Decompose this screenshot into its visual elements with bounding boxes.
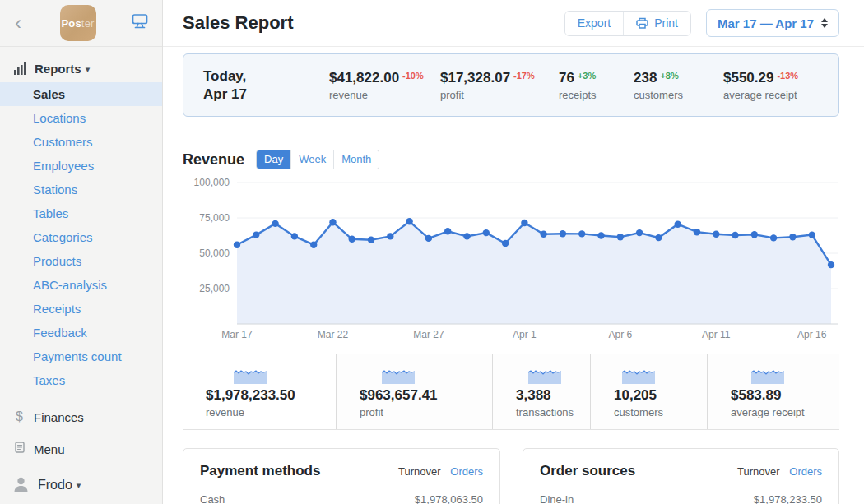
header-controls: Export Print Mar 17 — Apr 17 bbox=[564, 9, 839, 37]
pos-terminal-icon[interactable] bbox=[131, 13, 149, 33]
svg-text:Mar 22: Mar 22 bbox=[318, 329, 349, 340]
turnover-toggle[interactable]: Turnover bbox=[398, 465, 441, 478]
metric-delta: -17% bbox=[513, 71, 535, 81]
bar-label: Dine-in bbox=[540, 493, 591, 504]
svg-text:75,000: 75,000 bbox=[199, 212, 230, 224]
bar-value: $1,978,233.50 bbox=[754, 493, 822, 504]
mini-sparkline-icon bbox=[751, 366, 784, 384]
metric-label: customers bbox=[634, 89, 723, 101]
svg-text:Apr 16: Apr 16 bbox=[797, 329, 827, 340]
svg-text:50,000: 50,000 bbox=[199, 247, 230, 259]
sidebar-item-feedback[interactable]: Feedback bbox=[0, 321, 162, 344]
print-label: Print bbox=[654, 16, 678, 30]
stat-tab-customers[interactable]: 10,205 customers bbox=[590, 354, 707, 429]
content-area: Today, Apr 17 $41,822.00-10% revenue $17… bbox=[163, 47, 864, 504]
metric-value: 76 bbox=[559, 70, 574, 86]
summary-date: Today, Apr 17 bbox=[203, 67, 329, 103]
svg-text:Apr 11: Apr 11 bbox=[702, 329, 731, 340]
app-window: ‹ Poster Reports ▾ bbox=[0, 0, 864, 504]
metric-delta: +3% bbox=[578, 71, 596, 81]
sidebar-item-tables[interactable]: Tables bbox=[0, 201, 162, 225]
metric-label: average receipt bbox=[723, 89, 798, 101]
summary-metric-customers: 238+8% customers bbox=[634, 70, 723, 101]
payment-methods-card: Payment methods Turnover Orders Cash $1,… bbox=[183, 448, 500, 504]
poster-logo[interactable]: Poster bbox=[60, 5, 96, 41]
stat-tab-revenue[interactable]: $1,978,233.50 revenue bbox=[183, 354, 336, 429]
sidebar-item-sales[interactable]: Sales bbox=[0, 82, 162, 106]
stat-label: transactions bbox=[516, 406, 574, 418]
back-chevron-icon[interactable]: ‹ bbox=[12, 13, 25, 33]
bottom-cards-row: Payment methods Turnover Orders Cash $1,… bbox=[183, 448, 839, 504]
stat-label: profit bbox=[360, 406, 438, 418]
sidebar-section-finances[interactable]: $ Finances bbox=[0, 409, 162, 424]
stat-value: $963,657.41 bbox=[360, 387, 438, 403]
stat-value: $583.89 bbox=[731, 387, 781, 403]
stats-tabs: $1,978,233.50 revenue $963,657.41 profit… bbox=[183, 354, 839, 430]
stat-label: average receipt bbox=[731, 406, 805, 418]
user-name: Frodo bbox=[38, 478, 72, 492]
stat-value: 10,205 bbox=[614, 387, 657, 403]
page-header: Sales Report Export Print bbox=[163, 0, 864, 47]
metric-label: revenue bbox=[329, 89, 440, 101]
metric-value: $41,822.00 bbox=[329, 70, 399, 86]
caret-down-icon: ▾ bbox=[77, 480, 81, 491]
stat-tab-profit[interactable]: $963,657.41 profit bbox=[336, 354, 492, 429]
metric-delta: -13% bbox=[777, 71, 798, 81]
stat-tab-average-receipt[interactable]: $583.89 average receipt bbox=[707, 354, 839, 429]
period-week-button[interactable]: Week bbox=[290, 150, 333, 169]
order-source-row: Dine-in $1,978,233.50 bbox=[540, 492, 822, 504]
menu-label: Menu bbox=[34, 442, 65, 456]
summary-metric-profit: $17,328.07-17% profit bbox=[440, 70, 559, 101]
sidebar-item-receipts[interactable]: Receipts bbox=[0, 297, 162, 321]
orders-toggle[interactable]: Orders bbox=[450, 465, 483, 478]
sidebar-item-categories[interactable]: Categories bbox=[0, 225, 162, 249]
metric-value: $550.29 bbox=[723, 70, 773, 86]
bar-label: Cash bbox=[200, 493, 251, 504]
summary-metric-revenue: $41,822.00-10% revenue bbox=[329, 70, 440, 101]
date-range-selector[interactable]: Mar 17 — Apr 17 bbox=[706, 9, 839, 37]
sidebar-section-reports[interactable]: Reports ▾ bbox=[0, 58, 162, 82]
summary-metric-average-receipt: $550.29-13% average receipt bbox=[723, 70, 798, 101]
sidebar-item-stations[interactable]: Stations bbox=[0, 178, 162, 201]
mini-sparkline-icon bbox=[622, 366, 655, 384]
turnover-orders-toggle: Turnover Orders bbox=[398, 465, 483, 478]
period-month-button[interactable]: Month bbox=[333, 150, 379, 169]
period-day-button[interactable]: Day bbox=[257, 150, 290, 169]
mini-sparkline-icon bbox=[382, 366, 415, 384]
logo-text: Pos bbox=[61, 17, 81, 30]
bar-track bbox=[251, 492, 406, 504]
payment-method-row: Cash $1,978,063.50 bbox=[200, 492, 483, 504]
svg-text:Apr 1: Apr 1 bbox=[513, 329, 537, 340]
svg-text:Apr 6: Apr 6 bbox=[608, 329, 632, 340]
document-icon bbox=[14, 442, 25, 456]
sidebar-item-employees[interactable]: Employees bbox=[0, 154, 162, 178]
sidebar-item-taxes[interactable]: Taxes bbox=[0, 368, 162, 392]
sidebar-section-menu[interactable]: Menu bbox=[0, 442, 162, 456]
metric-delta: -10% bbox=[402, 71, 424, 81]
sidebar-item-locations[interactable]: Locations bbox=[0, 106, 162, 130]
stat-tab-transactions[interactable]: 3,388 transactions bbox=[492, 354, 590, 429]
date-range-value: Mar 17 — Apr 17 bbox=[718, 16, 814, 30]
summary-metric-receipts: 76+3% receipts bbox=[559, 70, 634, 101]
card-title: Order sources bbox=[540, 463, 635, 479]
sidebar-item-products[interactable]: Products bbox=[0, 249, 162, 273]
revenue-line-chart: 25,00050,00075,000100,000Mar 17Mar 22Mar… bbox=[183, 173, 839, 347]
printer-icon bbox=[636, 17, 648, 29]
sidebar-item-payments-count[interactable]: Payments count bbox=[0, 344, 162, 368]
orders-toggle[interactable]: Orders bbox=[789, 465, 822, 478]
mini-sparkline-icon bbox=[528, 366, 561, 384]
export-print-group: Export Print bbox=[564, 11, 691, 36]
metric-label: receipts bbox=[559, 89, 634, 101]
print-button[interactable]: Print bbox=[624, 12, 690, 35]
turnover-toggle[interactable]: Turnover bbox=[737, 465, 780, 478]
export-button[interactable]: Export bbox=[565, 12, 624, 35]
svg-text:25,000: 25,000 bbox=[199, 283, 230, 294]
user-menu[interactable]: Frodo ▾ bbox=[0, 465, 162, 504]
sidebar-item-customers[interactable]: Customers bbox=[0, 130, 162, 154]
metric-value: $17,328.07 bbox=[440, 70, 510, 86]
caret-down-icon: ▾ bbox=[86, 64, 91, 75]
turnover-orders-toggle: Turnover Orders bbox=[737, 465, 822, 478]
sidebar-item-abc-analysis[interactable]: ABC-analysis bbox=[0, 273, 162, 297]
sidebar: ‹ Poster Reports ▾ bbox=[0, 0, 163, 504]
svg-text:Mar 17: Mar 17 bbox=[221, 329, 253, 340]
